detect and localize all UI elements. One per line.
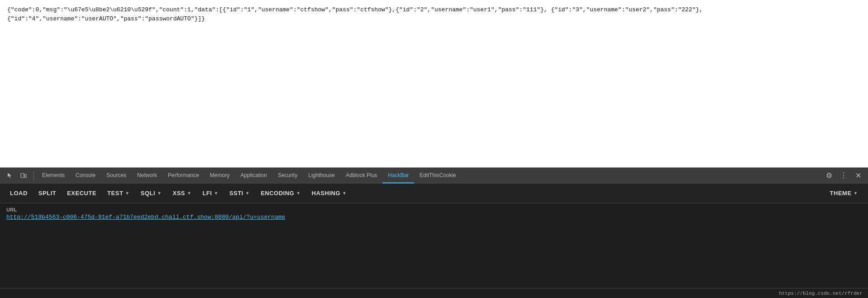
- devtools-panel: ElementsConsoleSourcesNetworkPerformance…: [0, 168, 868, 298]
- devtools-tab-application[interactable]: Application: [235, 168, 272, 183]
- hackbar-btn-hashing[interactable]: HASHING▼: [307, 187, 352, 199]
- devtools-tabs: ElementsConsoleSourcesNetworkPerformance…: [37, 168, 462, 183]
- url-input[interactable]: http://519b4563-c006-475d-91ef-a71b7eed2…: [6, 214, 862, 221]
- devtools-tab-elements[interactable]: Elements: [37, 168, 70, 183]
- devtools-tab-adblock-plus[interactable]: Adblock Plus: [340, 168, 382, 183]
- settings-icon[interactable]: ⚙: [823, 169, 835, 182]
- devtools-tab-security[interactable]: Security: [272, 168, 303, 183]
- hackbar-btn-xss[interactable]: XSS▼: [168, 187, 196, 199]
- devtools-tab-hackbar[interactable]: HackBar: [382, 168, 414, 183]
- device-toggle-icon[interactable]: [17, 169, 30, 182]
- encoding-arrow-icon: ▼: [296, 191, 300, 196]
- hackbar-btn-sqli[interactable]: SQLI▼: [136, 187, 167, 199]
- devtools-tab-sources[interactable]: Sources: [101, 168, 132, 183]
- theme-arrow-icon: ▼: [854, 191, 858, 196]
- close-devtools-icon[interactable]: ✕: [852, 169, 864, 182]
- status-bar: https://blog.csdn.net/rfrder: [0, 288, 868, 298]
- hackbar-toolbar: LOADSPLITEXECUTETEST▼SQLI▼XSS▼LFI▼SSTI▼E…: [0, 183, 868, 203]
- more-options-icon[interactable]: ⋮: [837, 169, 850, 182]
- hackbar-btn-load[interactable]: LOAD: [5, 187, 32, 199]
- devtools-tab-lighthouse[interactable]: Lighthouse: [303, 168, 340, 183]
- hackbar-btn-theme[interactable]: THEME▼: [825, 187, 863, 199]
- ssti-arrow-icon: ▼: [245, 191, 250, 196]
- test-arrow-icon: ▼: [125, 191, 129, 196]
- svg-rect-1: [24, 174, 26, 178]
- lfi-arrow-icon: ▼: [214, 191, 218, 196]
- devtools-tabbar: ElementsConsoleSourcesNetworkPerformance…: [0, 168, 868, 183]
- tab-separator: [33, 171, 34, 180]
- devtools-tab-console[interactable]: Console: [70, 168, 101, 183]
- browser-content: {"code":0,"msg":"\u67e5\u8be2\u6210\u529…: [0, 0, 868, 168]
- hackbar-btn-encoding[interactable]: ENCODING▼: [256, 187, 305, 199]
- hackbar-btn-lfi[interactable]: LFI▼: [198, 187, 223, 199]
- devtools-tab-editthiscookie[interactable]: EditThisCookie: [414, 168, 462, 183]
- sqli-arrow-icon: ▼: [157, 191, 162, 196]
- cursor-icon[interactable]: [4, 169, 16, 182]
- url-label: URL: [6, 207, 862, 212]
- devtools-tab-network[interactable]: Network: [132, 168, 162, 183]
- svg-rect-0: [21, 173, 24, 178]
- hackbar-url-section: URL http://519b4563-c006-475d-91ef-a71b7…: [0, 203, 868, 288]
- devtools-tab-performance[interactable]: Performance: [162, 168, 205, 183]
- hashing-arrow-icon: ▼: [342, 191, 347, 196]
- devtools-tab-memory[interactable]: Memory: [205, 168, 235, 183]
- hackbar-btn-execute[interactable]: EXECUTE: [62, 187, 101, 199]
- hackbar-btn-split[interactable]: SPLIT: [34, 187, 61, 199]
- status-url: https://blog.csdn.net/rfrder: [779, 291, 863, 296]
- json-response: {"code":0,"msg":"\u67e5\u8be2\u6210\u529…: [7, 6, 703, 22]
- xss-arrow-icon: ▼: [187, 191, 191, 196]
- hackbar-btn-ssti[interactable]: SSTI▼: [225, 187, 254, 199]
- hackbar-btn-test[interactable]: TEST▼: [103, 187, 134, 199]
- devtools-controls: ⚙ ⋮ ✕: [823, 169, 864, 182]
